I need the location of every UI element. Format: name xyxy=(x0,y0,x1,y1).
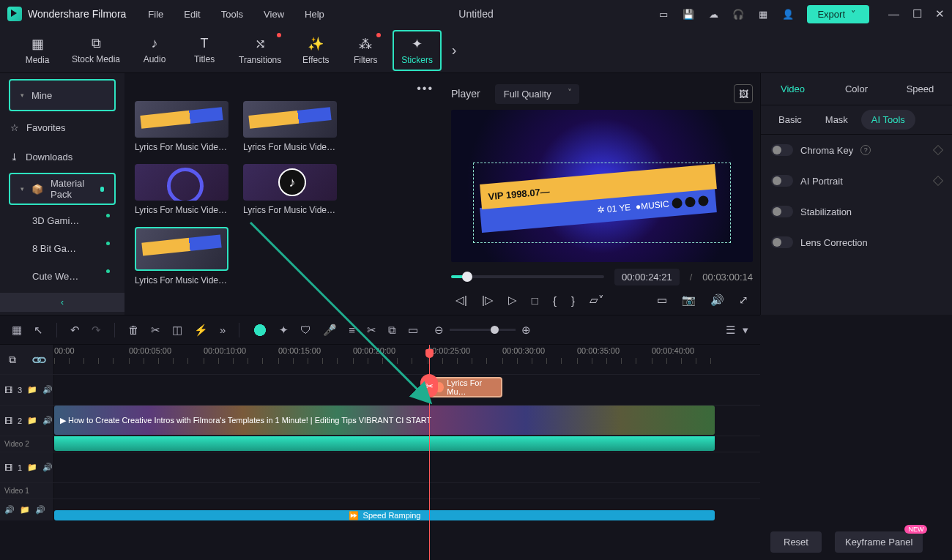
more-tools-icon[interactable]: » xyxy=(220,324,226,336)
track-height-icon[interactable]: ☰ xyxy=(726,324,735,337)
mic-icon[interactable]: 🎤 xyxy=(323,324,337,337)
cut-icon[interactable]: ✂ xyxy=(151,324,160,337)
quality-dropdown[interactable]: Full Quality xyxy=(495,84,579,104)
timeline-sticker-clip[interactable]: Lyrics For Mu… xyxy=(429,377,502,397)
apps-icon[interactable]: ▦ xyxy=(757,8,769,20)
sidebar-material-pack[interactable]: ▾📦Material Pack xyxy=(9,173,116,205)
sticker-card[interactable]: Lyrics For Music Video… xyxy=(135,101,228,152)
timeline-video-clip[interactable]: ▶ How to Create Creative Intros with Fil… xyxy=(54,406,715,435)
menu-file[interactable]: File xyxy=(148,9,163,20)
tab-titles[interactable]: TTitles xyxy=(182,31,227,69)
folder-icon[interactable]: 📁 xyxy=(27,463,37,472)
sidebar-mine[interactable]: ▾Mine xyxy=(9,79,116,111)
zoom-slider[interactable] xyxy=(450,329,516,331)
tab-filters[interactable]: ⁂Filters xyxy=(343,31,388,70)
keyframe-diamond-icon[interactable] xyxy=(933,176,943,186)
folder-icon[interactable]: 📁 xyxy=(27,385,37,395)
keyframe-panel-button[interactable]: Keyframe PanelNEW xyxy=(835,531,923,553)
sticker-card[interactable]: Lyrics For Music Video… xyxy=(243,164,337,215)
redo-icon[interactable]: ↷ xyxy=(92,324,101,337)
close-button[interactable]: ✕ xyxy=(935,7,945,20)
reset-button[interactable]: Reset xyxy=(770,531,822,553)
sticker-card[interactable]: Lyrics For Music Video… xyxy=(135,164,228,215)
seek-slider[interactable] xyxy=(451,275,604,278)
sticker-card-selected[interactable]: Lyrics For Music Video… xyxy=(135,227,228,285)
magnet-icon[interactable]: ▦ xyxy=(12,324,22,337)
timeline-audio-clip[interactable] xyxy=(54,436,715,451)
mute-icon[interactable]: 🔊 xyxy=(42,416,53,425)
mark-in-icon[interactable]: { xyxy=(553,294,557,307)
tab-audio[interactable]: ♪Audio xyxy=(132,31,177,69)
mute-icon[interactable]: 🔊 xyxy=(35,505,45,515)
mark-out-icon[interactable]: } xyxy=(571,294,575,307)
sparkle-icon[interactable]: ✦ xyxy=(279,324,289,337)
folder-icon[interactable]: 📁 xyxy=(20,505,30,515)
prev-frame-icon[interactable]: ◁| xyxy=(455,294,467,307)
headphones-icon[interactable]: 🎧 xyxy=(732,8,744,20)
marker-dropdown-icon[interactable]: ▱˅ xyxy=(590,294,604,307)
link-icon[interactable]: 🔗 xyxy=(30,351,47,367)
prop-tab-speed[interactable]: Speed xyxy=(888,73,952,105)
subtitle-icon[interactable]: ≡ xyxy=(349,324,355,336)
toggle-chroma-key[interactable] xyxy=(771,144,793,156)
preview-canvas[interactable]: ✲ 01 YE ●MUSIC VIP 1998.07— xyxy=(451,110,753,262)
timeline-ruler[interactable]: ✂ 00:0000:00:05:0000:00:10:0000:00:15:00… xyxy=(54,345,760,374)
prop-tab-video[interactable]: Video xyxy=(761,73,825,105)
toggle-ai-portrait[interactable] xyxy=(771,175,793,187)
tab-stock-media[interactable]: ⧉Stock Media xyxy=(64,31,127,69)
account-icon[interactable]: 👤 xyxy=(782,8,794,20)
cloud-icon[interactable]: ☁ xyxy=(707,8,719,20)
minimize-button[interactable]: — xyxy=(888,7,899,20)
menu-help[interactable]: Help xyxy=(305,9,324,20)
export-button[interactable]: Export˅ xyxy=(807,5,869,23)
snapshot-icon[interactable]: 🖼 xyxy=(734,84,753,103)
zoom-in-icon[interactable]: ⊕ xyxy=(521,324,531,337)
timeline-layout-icon[interactable]: ⧉ xyxy=(9,354,16,366)
prop-sub-aitools[interactable]: AI Tools xyxy=(861,110,915,130)
greenscreen-icon[interactable] xyxy=(253,323,267,337)
info-icon[interactable]: ? xyxy=(860,145,871,155)
speed-ramping-clip[interactable]: ⏩Speed Ramping xyxy=(54,510,715,520)
screen-icon[interactable]: ▭ xyxy=(658,8,669,20)
cursor-icon[interactable]: ↖ xyxy=(34,324,43,337)
maximize-button[interactable]: ☐ xyxy=(912,7,922,20)
volume-icon[interactable]: 🔊 xyxy=(710,294,724,307)
prop-sub-basic[interactable]: Basic xyxy=(768,110,812,130)
browser-more-icon[interactable]: ••• xyxy=(417,82,434,95)
sidebar-sub-3d-gaming[interactable]: 3D Gami… xyxy=(0,206,124,234)
folder-icon[interactable]: 📁 xyxy=(27,416,37,425)
sidebar-sub-cute[interactable]: Cute We… xyxy=(0,262,124,290)
camera-icon[interactable]: 📷 xyxy=(682,294,696,307)
track-menu-icon[interactable]: ▾ xyxy=(743,324,748,337)
save-icon[interactable]: 💾 xyxy=(683,8,694,20)
crop-icon[interactable]: ◫ xyxy=(172,324,182,337)
stop-icon[interactable]: □ xyxy=(532,294,538,307)
tab-stickers[interactable]: ✦Stickers xyxy=(393,30,442,71)
mute-icon[interactable]: 🔊 xyxy=(42,463,53,472)
menu-tools[interactable]: Tools xyxy=(221,9,243,20)
split-icon[interactable]: ✂ xyxy=(367,324,376,337)
sidebar-sub-8bit[interactable]: 8 Bit Ga… xyxy=(0,234,124,262)
zoom-out-icon[interactable]: ⊖ xyxy=(434,324,444,337)
sidebar-downloads[interactable]: ⤓Downloads xyxy=(0,142,124,171)
playhead-cut-icon[interactable]: ✂ xyxy=(420,374,438,397)
range-icon[interactable]: ▭ xyxy=(408,324,418,337)
menu-edit[interactable]: Edit xyxy=(184,9,200,20)
toggle-stabilization[interactable] xyxy=(771,206,793,217)
sticker-card[interactable]: Lyrics For Music Video… xyxy=(243,101,337,152)
speed-icon[interactable]: ⚡ xyxy=(194,324,208,337)
tab-transitions[interactable]: ⤭Transitions xyxy=(231,31,289,70)
fullscreen-icon[interactable]: ⤢ xyxy=(739,294,748,307)
sidebar-collapse[interactable]: ‹ xyxy=(0,293,124,312)
prop-sub-mask[interactable]: Mask xyxy=(815,110,858,130)
copy-icon[interactable]: ⧉ xyxy=(388,324,396,337)
playhead[interactable]: ✂ xyxy=(429,345,430,560)
undo-icon[interactable]: ↶ xyxy=(70,324,80,337)
delete-icon[interactable]: 🗑 xyxy=(128,324,139,336)
display-icon[interactable]: ▭ xyxy=(657,294,667,307)
mute-icon[interactable]: 🔊 xyxy=(42,385,53,395)
play-icon[interactable]: ▷ xyxy=(508,294,517,307)
toggle-lens-correction[interactable] xyxy=(771,236,793,248)
tab-media[interactable]: ▦Media xyxy=(15,31,60,70)
tabs-more[interactable]: › xyxy=(446,42,462,59)
